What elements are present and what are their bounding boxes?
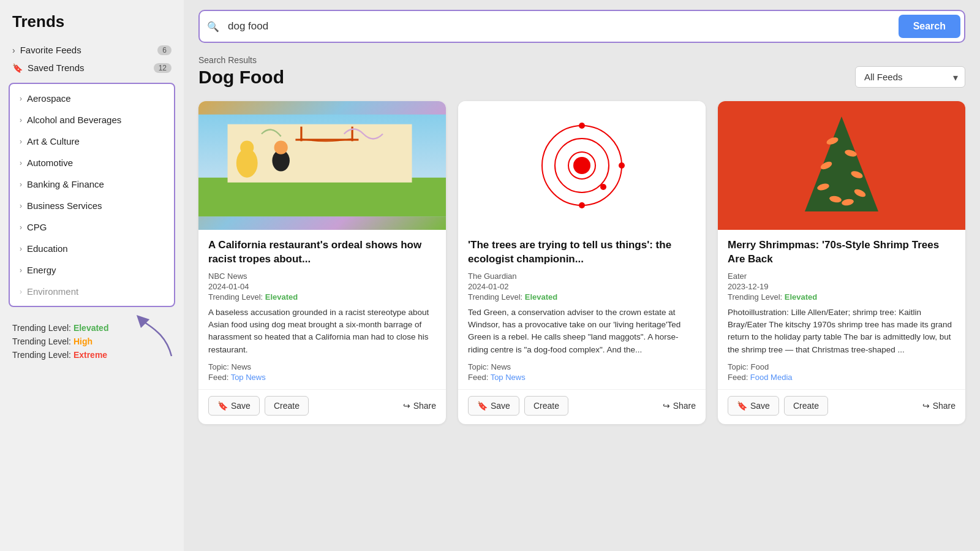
favorite-feeds-item[interactable]: › Favorite Feeds 6	[0, 41, 184, 59]
card-title-3: Merry Shrimpmas: '70s-Style Shrimp Trees…	[728, 238, 956, 267]
card-image-2	[458, 101, 706, 230]
category-label: Banking & Finance	[27, 179, 104, 189]
search-bar: 🔍 Search	[198, 10, 965, 43]
category-cpg[interactable]: › CPG	[10, 216, 174, 238]
search-input[interactable]	[228, 20, 894, 32]
trending-legend: Trending Level: Elevated Trending Level:…	[0, 313, 184, 370]
svg-point-9	[240, 141, 254, 154]
article-card-3: Merry Shrimpmas: '70s-Style Shrimp Trees…	[718, 101, 965, 424]
svg-rect-2	[228, 124, 412, 183]
card-topic-2: Topic: News	[468, 362, 696, 371]
feeds-select[interactable]: All Feeds Top News Food Media NBC News T…	[855, 66, 965, 88]
svg-point-17	[600, 184, 606, 190]
category-art[interactable]: › Art & Culture	[10, 131, 174, 152]
category-label: Automotive	[27, 158, 73, 168]
category-business[interactable]: › Business Services	[10, 195, 174, 216]
feeds-select-wrapper: All Feeds Top News Food Media NBC News T…	[855, 66, 965, 88]
card-feed-2: Feed: Top News	[468, 373, 696, 382]
chevron-icon: ›	[20, 287, 22, 296]
article-card-1: A California restaurant's ordeal shows h…	[198, 101, 446, 424]
chevron-icon: ›	[20, 223, 22, 232]
card-feed-1: Feed: Top News	[208, 373, 436, 382]
arrow-annotation	[135, 313, 178, 362]
card-excerpt-2: Ted Green, a conservation adviser to the…	[468, 306, 696, 356]
category-label: Energy	[27, 265, 56, 275]
chevron-icon: ›	[20, 245, 22, 253]
svg-point-7	[274, 141, 288, 154]
atom-svg	[533, 116, 631, 215]
card-source-1: NBC News	[208, 272, 436, 281]
chevron-icon: ›	[20, 266, 22, 275]
category-label: Business Services	[27, 200, 102, 211]
chevron-icon: ›	[20, 202, 22, 210]
category-energy[interactable]: › Energy	[10, 259, 174, 281]
card-date-1: 2024-01-04	[208, 282, 436, 291]
save-button-2[interactable]: 🔖 Save	[468, 396, 519, 416]
category-label: Alcohol and Beverages	[27, 115, 121, 125]
card-excerpt-1: A baseless accusation grounded in a raci…	[208, 306, 436, 356]
category-education[interactable]: › Education	[10, 238, 174, 259]
extreme-value: Extreme	[74, 350, 107, 360]
category-label: CPG	[27, 222, 47, 232]
save-button-1[interactable]: 🔖 Save	[208, 396, 260, 416]
create-button-2[interactable]: Create	[524, 396, 568, 416]
svg-point-15	[619, 162, 625, 169]
card-feed-link-1[interactable]: Top News	[231, 373, 266, 382]
card-body-3: Merry Shrimpmas: '70s-Style Shrimp Trees…	[718, 230, 965, 389]
card-trending-1: Trending Level: Elevated	[208, 292, 436, 302]
favorite-feeds-badge: 6	[157, 45, 172, 55]
card-topic-3: Topic: Food	[728, 362, 956, 371]
share-button-2[interactable]: ↪ Share	[663, 401, 696, 411]
category-alcohol[interactable]: › Alcohol and Beverages	[10, 109, 174, 131]
saved-trends-badge: 12	[154, 63, 172, 73]
bookmark-icon: 🔖	[12, 63, 23, 73]
bookmark-icon: 🔖	[737, 401, 747, 411]
card-actions-1: 🔖 Save Create ↪ Share	[198, 389, 446, 424]
category-banking[interactable]: › Banking & Finance	[10, 173, 174, 195]
card-trending-2: Trending Level: Elevated	[468, 292, 696, 302]
search-button[interactable]: Search	[899, 15, 960, 38]
svg-point-14	[579, 123, 585, 129]
chevron-icon: ›	[20, 116, 22, 124]
bookmark-icon: 🔖	[477, 401, 488, 411]
card-body-2: 'The trees are trying to tell us things'…	[458, 230, 706, 389]
card-source-3: Eater	[728, 272, 956, 281]
card-date-3: 2023-12-19	[728, 282, 956, 291]
create-button-3[interactable]: Create	[784, 396, 828, 416]
card-actions-3: 🔖 Save Create ↪ Share	[718, 389, 965, 424]
create-button-1[interactable]: Create	[265, 396, 309, 416]
favorite-feeds-label: Favorite Feeds	[20, 45, 81, 55]
search-icon: 🔍	[203, 21, 223, 32]
cards-grid: A California restaurant's ordeal shows h…	[198, 101, 965, 424]
main-content: 🔍 Search Search Results Dog Food All Fee…	[184, 0, 980, 551]
share-button-1[interactable]: ↪ Share	[403, 401, 436, 411]
chevron-icon: ›	[20, 180, 22, 189]
category-aerospace[interactable]: › Aerospace	[10, 88, 174, 109]
svg-point-13	[573, 157, 590, 174]
results-label: Search Results	[198, 55, 965, 65]
share-button-3[interactable]: ↪ Share	[922, 401, 956, 411]
category-environment[interactable]: › Environment	[10, 281, 174, 302]
card-feed-link-3[interactable]: Food Media	[750, 373, 793, 382]
app-title: Trends	[0, 12, 184, 41]
save-button-3[interactable]: 🔖 Save	[728, 396, 779, 416]
card-excerpt-3: Photoillustration: Lille Allen/Eater; sh…	[728, 306, 956, 356]
restaurant-image-svg	[198, 101, 446, 230]
svg-point-16	[579, 202, 585, 208]
card-feed-3: Feed: Food Media	[728, 373, 956, 382]
card-trending-3: Trending Level: Elevated	[728, 292, 956, 302]
card-source-2: The Guardian	[468, 272, 696, 281]
chevron-icon: ›	[20, 137, 22, 146]
card-date-2: 2024-01-02	[468, 282, 696, 291]
card-image-1	[198, 101, 446, 230]
share-icon: ↪	[663, 401, 670, 411]
saved-trends-item[interactable]: 🔖 Saved Trends 12	[0, 59, 184, 77]
category-automotive[interactable]: › Automotive	[10, 152, 174, 173]
card-feed-link-2[interactable]: Top News	[491, 373, 526, 382]
category-label: Education	[27, 243, 68, 254]
card-topic-1: Topic: News	[208, 362, 436, 371]
chevron-right-icon: ›	[12, 45, 15, 55]
results-title: Dog Food	[198, 67, 284, 88]
category-label: Aerospace	[27, 93, 71, 104]
bookmark-icon: 🔖	[217, 401, 228, 411]
